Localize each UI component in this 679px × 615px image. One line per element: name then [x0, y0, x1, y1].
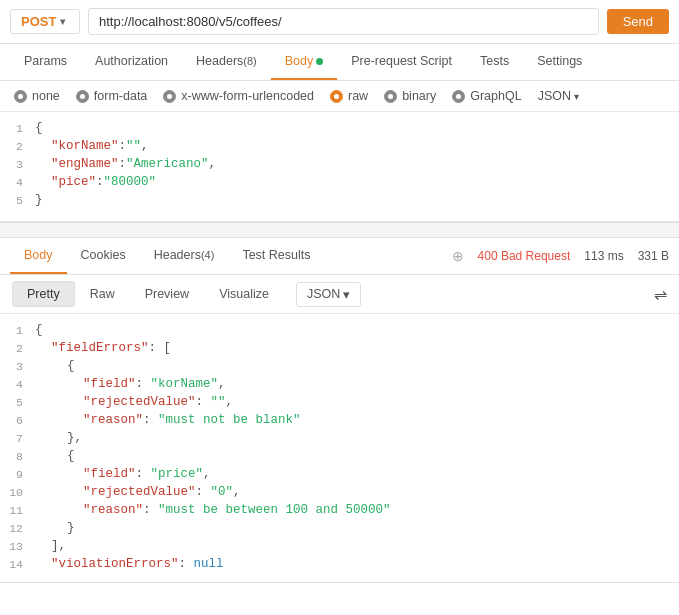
- resp-line-7: 7 },: [0, 430, 679, 448]
- method-label: POST: [21, 14, 56, 29]
- radio-binary: [384, 90, 397, 103]
- wrap-lines-button[interactable]: ⇌: [654, 285, 667, 304]
- json-chevron-icon: ▾: [574, 91, 579, 102]
- radio-urlencoded: [163, 90, 176, 103]
- resp-line-11: 11 "reason": "must be between 100 and 50…: [0, 502, 679, 520]
- format-tab-preview[interactable]: Preview: [130, 281, 204, 307]
- radio-none: [14, 90, 27, 103]
- format-chevron-icon: ▾: [343, 287, 350, 302]
- body-type-form-data[interactable]: form-data: [76, 89, 148, 103]
- response-timing: 113 ms: [584, 249, 623, 263]
- response-size: 331 B: [638, 249, 669, 263]
- tab-tests[interactable]: Tests: [466, 44, 523, 80]
- request-url-bar: POST ▾ Send: [0, 0, 679, 44]
- json-format-dropdown[interactable]: JSON ▾: [538, 89, 579, 103]
- body-type-urlencoded[interactable]: x-www-form-urlencoded: [163, 89, 314, 103]
- method-chevron-icon: ▾: [60, 16, 65, 27]
- req-line-4: 4 "pice":"80000": [0, 174, 679, 192]
- response-format-dropdown[interactable]: JSON ▾: [296, 282, 361, 307]
- tab-pre-request-script[interactable]: Pre-request Script: [337, 44, 466, 80]
- radio-raw: [330, 90, 343, 103]
- resp-line-1: 1 {: [0, 322, 679, 340]
- resp-line-2: 2 "fieldErrors": [: [0, 340, 679, 358]
- url-input[interactable]: [88, 8, 599, 35]
- resp-line-10: 10 "rejectedValue": "0",: [0, 484, 679, 502]
- format-tab-pretty[interactable]: Pretty: [12, 281, 75, 307]
- response-code-editor: 1 { 2 "fieldErrors": [ 3 { 4 "field": "k…: [0, 314, 679, 583]
- req-line-5: 5 }: [0, 192, 679, 210]
- request-code-editor[interactable]: 1 { 2 "korName":"", 3 "engName":"America…: [0, 112, 679, 222]
- globe-icon: ⊕: [452, 248, 464, 264]
- body-type-graphql[interactable]: GraphQL: [452, 89, 521, 103]
- body-type-bar: none form-data x-www-form-urlencoded raw…: [0, 81, 679, 112]
- body-type-binary[interactable]: binary: [384, 89, 436, 103]
- response-format-bar: Pretty Raw Preview Visualize JSON ▾ ⇌: [0, 275, 679, 314]
- resp-tab-test-results[interactable]: Test Results: [228, 238, 324, 274]
- tab-authorization[interactable]: Authorization: [81, 44, 182, 80]
- resp-line-13: 13 ],: [0, 538, 679, 556]
- resp-line-14: 14 "violationErrors": null: [0, 556, 679, 574]
- tab-body[interactable]: Body: [271, 44, 338, 80]
- resp-tab-body[interactable]: Body: [10, 238, 67, 274]
- tab-settings[interactable]: Settings: [523, 44, 596, 80]
- resp-line-4: 4 "field": "korName",: [0, 376, 679, 394]
- req-line-3: 3 "engName":"Americano",: [0, 156, 679, 174]
- resp-line-5: 5 "rejectedValue": "",: [0, 394, 679, 412]
- response-nav-tabs: Body Cookies Headers(4) Test Results ⊕ 4…: [0, 238, 679, 275]
- tab-params[interactable]: Params: [10, 44, 81, 80]
- req-line-2: 2 "korName":"",: [0, 138, 679, 156]
- request-nav-tabs: Params Authorization Headers(8) Body Pre…: [0, 44, 679, 81]
- body-type-none[interactable]: none: [14, 89, 60, 103]
- status-badge: 400 Bad Request: [478, 249, 571, 263]
- section-divider: [0, 222, 679, 238]
- resp-tab-cookies[interactable]: Cookies: [67, 238, 140, 274]
- resp-tab-headers[interactable]: Headers(4): [140, 238, 229, 274]
- resp-line-3: 3 {: [0, 358, 679, 376]
- send-button[interactable]: Send: [607, 9, 669, 34]
- req-line-1: 1 {: [0, 120, 679, 138]
- resp-line-6: 6 "reason": "must not be blank": [0, 412, 679, 430]
- method-selector[interactable]: POST ▾: [10, 9, 80, 34]
- resp-line-12: 12 }: [0, 520, 679, 538]
- format-tab-raw[interactable]: Raw: [75, 281, 130, 307]
- radio-form-data: [76, 90, 89, 103]
- format-tab-visualize[interactable]: Visualize: [204, 281, 284, 307]
- tab-headers[interactable]: Headers(8): [182, 44, 271, 80]
- radio-graphql: [452, 90, 465, 103]
- resp-line-9: 9 "field": "price",: [0, 466, 679, 484]
- resp-line-8: 8 {: [0, 448, 679, 466]
- body-type-raw[interactable]: raw: [330, 89, 368, 103]
